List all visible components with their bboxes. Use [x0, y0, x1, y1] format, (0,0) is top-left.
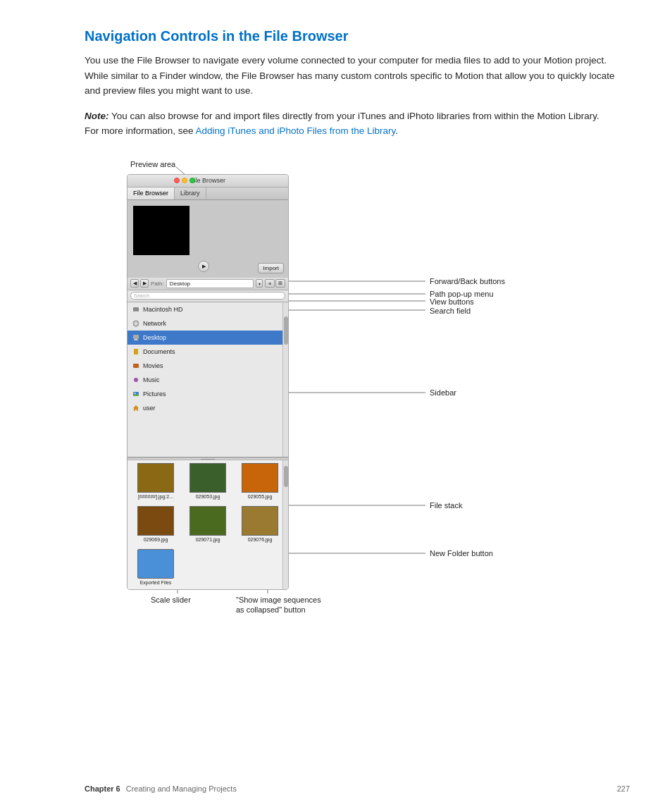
- path-label: Path:: [151, 281, 164, 287]
- file-thumbnail: [137, 549, 174, 579]
- network-icon: [132, 319, 140, 328]
- sidebar-label: Sidebar: [430, 388, 456, 397]
- file-stack: [######].jpg:2... 029053.jpg 029055.jpg …: [127, 460, 288, 590]
- sidebar-macintosh-hd[interactable]: Macintosh HD: [127, 302, 288, 316]
- file-item[interactable]: 029071.jpg: [182, 506, 233, 548]
- file-thumbnail: [242, 506, 278, 536]
- file-thumbnail: [137, 506, 174, 536]
- sidebar-scrollbar[interactable]: [282, 302, 288, 457]
- list-view-button[interactable]: ≡: [265, 279, 275, 288]
- chapter-label: Chapter 6: [85, 784, 120, 793]
- sidebar-music[interactable]: Music: [127, 373, 288, 387]
- svg-point-18: [133, 321, 139, 326]
- body-paragraph: You use the File Browser to navigate eve…: [85, 53, 616, 99]
- movies-icon: [132, 362, 140, 370]
- search-placeholder: Search: [134, 293, 149, 298]
- scale-slider-label: Scale slider: [151, 596, 191, 604]
- sidebar-scroll-thumb[interactable]: [284, 316, 288, 345]
- tab-file-browser[interactable]: File Browser: [127, 187, 175, 199]
- sidebar-desktop[interactable]: Desktop: [127, 331, 288, 345]
- file-item[interactable]: 029053.jpg: [182, 463, 233, 505]
- file-item[interactable]: 029076.jpg: [235, 506, 285, 548]
- file-browser-screenshot: File Browser File Browser Library ▶ Impo…: [127, 174, 289, 590]
- documents-icon: [132, 347, 140, 356]
- sidebar-movies[interactable]: Movies: [127, 359, 288, 373]
- svg-point-19: [135, 321, 137, 326]
- tab-library[interactable]: Library: [175, 187, 206, 199]
- svg-point-25: [134, 378, 138, 382]
- note-link[interactable]: Adding iTunes and iPhoto Files from the …: [196, 125, 396, 136]
- import-button[interactable]: Import: [258, 263, 284, 273]
- footer-chapter: Chapter 6 Creating and Managing Projects: [85, 784, 237, 793]
- preview-area: ▶ Import: [127, 200, 288, 278]
- sidebar-pictures[interactable]: Pictures: [127, 387, 288, 401]
- zoom-button[interactable]: [189, 178, 195, 183]
- file-item[interactable]: 029069.jpg: [130, 506, 181, 548]
- back-button[interactable]: ◀: [130, 279, 139, 288]
- search-field-label: Search field: [430, 307, 471, 315]
- file-stack-label: File stack: [430, 501, 462, 510]
- file-item[interactable]: Exported Files: [130, 549, 181, 590]
- note-period: .: [395, 125, 398, 136]
- page-number: 227: [617, 784, 630, 793]
- sidebar-documents[interactable]: Documents: [127, 345, 288, 359]
- search-bar: Search: [127, 290, 288, 302]
- file-thumbnail: [189, 463, 226, 493]
- svg-rect-22: [134, 340, 138, 340]
- file-item[interactable]: 029055.jpg: [235, 463, 285, 505]
- forward-back-label: Forward/Back buttons: [430, 277, 505, 285]
- search-field[interactable]: Search: [130, 292, 285, 300]
- file-thumbnail: [242, 463, 278, 493]
- file-item[interactable]: [######].jpg:2...: [130, 463, 181, 505]
- browser-tabs: File Browser Library: [127, 187, 288, 200]
- as-collapsed-label: as collapsed" button: [236, 605, 306, 614]
- preview-area-label: Preview area: [130, 160, 175, 168]
- file-thumbnail: [189, 506, 226, 536]
- forward-button[interactable]: ▶: [140, 279, 149, 288]
- close-button[interactable]: [174, 178, 180, 183]
- file-stack-scrollbar[interactable]: [282, 460, 288, 590]
- play-button[interactable]: ▶: [198, 261, 209, 272]
- section-title: Navigation Controls in the File Browser: [85, 28, 616, 44]
- traffic-lights: [174, 178, 195, 183]
- note-bold: Note:: [85, 111, 109, 121]
- path-bar: ◀ ▶ Path: Desktop ▾ ≡ ⊞: [127, 278, 288, 290]
- show-image-label: "Show image sequences: [236, 596, 321, 604]
- diagram-area: Preview area: [85, 153, 578, 618]
- file-thumbnail: [137, 463, 174, 493]
- svg-rect-17: [135, 311, 137, 312]
- svg-marker-29: [133, 405, 139, 411]
- minimize-button[interactable]: [182, 178, 187, 183]
- svg-point-27: [135, 393, 136, 394]
- sidebar-network[interactable]: Network: [127, 316, 288, 331]
- preview-video: [133, 206, 189, 255]
- icon-view-button[interactable]: ⊞: [275, 279, 285, 288]
- svg-rect-24: [133, 364, 139, 368]
- note-paragraph: Note: You can also browse for and import…: [85, 109, 616, 139]
- path-value[interactable]: Desktop: [166, 279, 254, 288]
- sidebar-user[interactable]: user: [127, 401, 288, 415]
- drive-icon: [132, 305, 140, 314]
- page-footer: Chapter 6 Creating and Managing Projects…: [0, 784, 672, 793]
- window-titlebar: File Browser: [127, 175, 288, 187]
- sidebar: Macintosh HD Network Desktop: [127, 302, 288, 457]
- home-icon: [132, 404, 140, 412]
- svg-rect-20: [133, 335, 139, 339]
- nav-buttons: ◀ ▶: [130, 279, 149, 288]
- new-folder-label: New Folder button: [430, 549, 493, 557]
- pictures-icon: [132, 390, 140, 398]
- chapter-title: Creating and Managing Projects: [126, 784, 237, 793]
- path-dropdown[interactable]: ▾: [256, 279, 263, 288]
- view-buttons-label: View buttons: [430, 297, 474, 306]
- desktop-icon: [132, 333, 140, 342]
- file-stack-scroll-thumb[interactable]: [284, 466, 288, 487]
- view-buttons: ≡ ⊞: [265, 279, 285, 288]
- svg-rect-21: [135, 339, 137, 340]
- music-icon: [132, 376, 140, 384]
- svg-rect-23: [134, 349, 138, 355]
- window-title: File Browser: [190, 177, 225, 184]
